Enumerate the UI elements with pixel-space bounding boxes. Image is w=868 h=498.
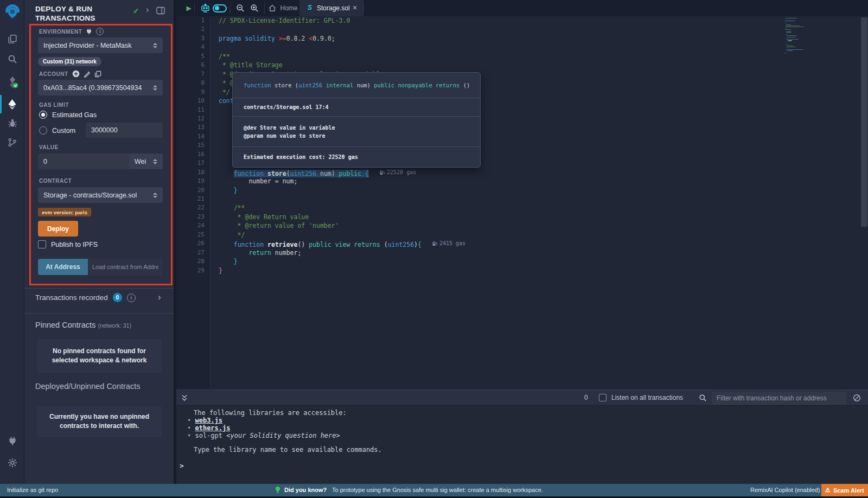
terminal-search-icon[interactable] xyxy=(699,394,707,402)
minimap-line xyxy=(786,31,791,32)
at-address-button[interactable]: At Address xyxy=(38,259,88,275)
minimap-line xyxy=(786,52,787,52)
gas-custom-input[interactable] xyxy=(91,126,157,134)
pin-panel-icon[interactable] xyxy=(156,7,165,15)
active-plugin-indicator xyxy=(0,95,2,113)
minimap-line xyxy=(785,18,797,18)
terminal-prompt[interactable]: > xyxy=(180,462,184,470)
account-select[interactable]: 0xA03...85ac4 (0.398673504934 xyxy=(38,80,163,95)
gas-custom-field[interactable] xyxy=(86,123,163,138)
transactions-expand-icon[interactable]: › xyxy=(158,292,161,303)
plugin-manager-icon[interactable] xyxy=(0,432,24,450)
deployed-empty-state: Currently you have no unpinned contracts… xyxy=(37,406,162,437)
environment-select[interactable]: Injected Provider - MetaMask xyxy=(38,37,163,53)
minimap-line xyxy=(787,35,797,36)
minimap-line xyxy=(785,53,786,53)
code-line: pragma solidity >=0.8.2 <0.9.0; xyxy=(219,34,335,43)
gas-custom-option[interactable]: Custom xyxy=(39,126,75,135)
code-line: number = num; xyxy=(219,177,297,186)
solidity-compiler-icon[interactable] xyxy=(0,73,24,92)
listen-label[interactable]: Listen on all transactions xyxy=(611,394,683,401)
sign-message-icon[interactable] xyxy=(84,71,91,78)
line-number: 13 xyxy=(183,123,205,132)
expand-terminal-icon[interactable] xyxy=(181,394,188,402)
radio-unselected-icon[interactable] xyxy=(39,126,47,135)
environment-info-icon[interactable]: i xyxy=(96,28,104,35)
code-line: * @return value of 'number' xyxy=(219,221,339,230)
plug-icon[interactable] xyxy=(86,28,92,35)
account-label: ACCOUNT xyxy=(39,70,101,78)
tab-home[interactable]: Home xyxy=(267,0,299,16)
terminal-library-item[interactable]: • ethers.js xyxy=(187,424,230,432)
editor-scrollbar[interactable] xyxy=(861,17,867,227)
code-editor[interactable]: 1234567891011121314151617181920212223242… xyxy=(176,16,868,390)
radio-selected-icon[interactable] xyxy=(39,111,47,119)
file-explorer-icon[interactable] xyxy=(0,30,24,48)
code-line: } xyxy=(219,266,222,275)
solidity-file-icon: S xyxy=(308,4,312,11)
line-number: 20 xyxy=(183,186,205,195)
code-line: */ xyxy=(219,88,230,97)
close-tab-icon[interactable]: × xyxy=(353,3,357,12)
transaction-count: 0 xyxy=(584,394,588,401)
minimap-line xyxy=(786,28,786,28)
minimap-line xyxy=(785,23,786,23)
copy-account-icon[interactable] xyxy=(94,71,101,78)
copilot-status[interactable]: RemixAI Copilot (enabled) xyxy=(750,487,820,493)
clear-console-icon[interactable] xyxy=(853,394,861,402)
remix-logo-icon[interactable] xyxy=(0,3,24,22)
settings-gear-icon[interactable] xyxy=(0,454,24,472)
code-line: /** xyxy=(219,52,230,61)
editor-tabbar: ▶ Home S Storage.sol × xyxy=(176,0,868,16)
at-address-input[interactable] xyxy=(88,259,163,275)
line-number: 26 xyxy=(183,239,205,248)
gas-estimated-option[interactable]: Estimated Gas xyxy=(39,111,97,119)
terminal-console[interactable]: The following libraries are accessible:•… xyxy=(176,406,868,484)
line-number: 27 xyxy=(183,248,205,257)
select-stepper-icon xyxy=(153,159,157,164)
minimap-line xyxy=(787,37,796,37)
editor-minimap[interactable] xyxy=(785,18,839,83)
terminal-library-item[interactable]: • web3.js xyxy=(187,417,222,424)
add-account-icon[interactable] xyxy=(72,70,80,78)
run-script-chevron-icon[interactable]: › xyxy=(146,5,149,15)
transaction-filter-input[interactable] xyxy=(712,392,846,405)
copilot-toggle[interactable] xyxy=(210,0,229,16)
tab-storage-sol[interactable]: S Storage.sol × xyxy=(299,0,363,16)
git-init-status[interactable]: Initialize as git repo xyxy=(7,487,58,493)
value-field[interactable] xyxy=(38,154,129,169)
minimap-line xyxy=(785,21,795,21)
value-input[interactable] xyxy=(43,158,124,165)
minimap-line xyxy=(786,49,803,50)
code-line: * @title Storage xyxy=(219,61,283,69)
terminal-output-line: Type the library name to see available c… xyxy=(194,446,382,454)
deploy-run-icon[interactable] xyxy=(0,95,24,113)
deploy-button[interactable]: Deploy xyxy=(38,221,78,237)
zoom-in-icon[interactable] xyxy=(247,0,262,16)
divider xyxy=(230,2,231,14)
contract-select[interactable]: Storage - contracts/Storage.sol xyxy=(38,187,163,203)
divider xyxy=(194,2,195,14)
transactions-info-icon[interactable]: i xyxy=(127,293,136,302)
line-number: 25 xyxy=(183,231,205,239)
divider xyxy=(363,2,364,14)
debugger-icon[interactable] xyxy=(0,114,24,132)
git-icon[interactable] xyxy=(0,133,24,151)
terminal-library-item[interactable]: • sol-gpt <your Solidity question here> xyxy=(187,432,340,439)
line-number: 12 xyxy=(183,114,205,123)
publish-ipfs-option[interactable]: Publish to IPFS xyxy=(38,240,98,248)
select-stepper-icon xyxy=(153,85,157,91)
search-icon[interactable] xyxy=(0,50,24,68)
line-number: 3 xyxy=(183,34,205,43)
zoom-out-icon[interactable] xyxy=(233,0,248,16)
status-bar: Initialize as git repo Did you know? To … xyxy=(0,484,868,496)
divider xyxy=(24,313,174,314)
toggle-on-icon[interactable] xyxy=(213,4,227,12)
scam-alert-button[interactable]: ⚠ Scam Alert xyxy=(821,484,868,496)
checkbox-icon[interactable] xyxy=(38,240,46,248)
line-number: 1 xyxy=(183,16,205,25)
minimap-line xyxy=(786,24,791,25)
listen-checkbox[interactable] xyxy=(599,394,607,401)
value-unit-select[interactable]: Wei xyxy=(129,154,163,169)
activity-bar xyxy=(0,0,24,484)
